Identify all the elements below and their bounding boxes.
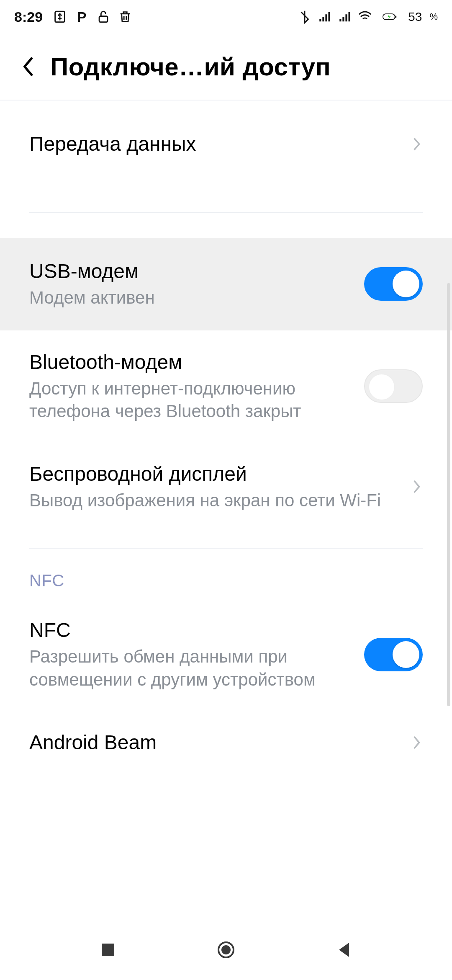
- page-title: Подключе…ий доступ: [50, 52, 431, 81]
- nav-back-button[interactable]: [334, 939, 355, 962]
- status-bar-left: 8:29 P: [14, 9, 132, 25]
- status-time: 8:29: [14, 9, 43, 25]
- row-android-beam[interactable]: Android Beam: [0, 711, 452, 755]
- row-subtitle: Модем активен: [29, 286, 356, 309]
- row-subtitle: Разрешить обмен данными при совмещении с…: [29, 645, 356, 691]
- chevron-right-icon: [411, 136, 423, 152]
- svg-rect-3: [395, 15, 396, 18]
- row-label: Bluetooth-модем: [29, 350, 356, 375]
- chevron-right-icon: [411, 479, 423, 495]
- svg-rect-4: [102, 944, 114, 956]
- row-nfc[interactable]: NFC Разрешить обмен данными при совмещен…: [0, 598, 452, 710]
- usb-icon: [53, 10, 67, 24]
- row-label: Android Beam: [29, 730, 403, 755]
- row-label: NFC: [29, 618, 356, 643]
- svg-point-6: [221, 945, 231, 954]
- back-button[interactable]: [21, 56, 50, 77]
- row-label: Передача данных: [29, 120, 403, 168]
- nav-home-button[interactable]: [216, 939, 236, 962]
- signal-icon: [338, 10, 352, 24]
- toggle-nfc[interactable]: [364, 638, 423, 671]
- chevron-right-icon: [411, 735, 423, 750]
- section-divider: [29, 188, 423, 213]
- row-data-transfer[interactable]: Передача данных: [0, 101, 452, 188]
- p-icon: P: [74, 10, 89, 24]
- nav-recent-button[interactable]: [98, 939, 118, 962]
- unlock-icon: [96, 10, 110, 24]
- row-label: Беспроводной дисплей: [29, 462, 403, 487]
- trash-icon: [118, 10, 132, 24]
- spacer: [0, 213, 452, 238]
- bluetooth-icon: [298, 10, 312, 24]
- row-subtitle: Доступ к интернет-подключению телефона ч…: [29, 377, 356, 423]
- battery-charging-icon: [378, 10, 401, 24]
- row-subtitle: Вывод изображения на экран по сети Wi-Fi: [29, 489, 403, 512]
- signal-icon: [318, 10, 332, 24]
- row-bt-modem[interactable]: Bluetooth-модем Доступ к интернет-подклю…: [0, 330, 452, 442]
- toggle-bt-modem[interactable]: [364, 369, 423, 403]
- app-header: Подключе…ий доступ: [0, 34, 452, 101]
- row-usb-modem[interactable]: USB-модем Модем активен: [0, 238, 452, 330]
- section-heading-nfc: NFC: [0, 549, 452, 598]
- navigation-bar: [0, 921, 452, 980]
- svg-rect-1: [99, 16, 108, 22]
- settings-list: Передача данных USB-модем Модем активен …: [0, 101, 452, 921]
- battery-percent: 53: [408, 10, 422, 24]
- status-bar: 8:29 P 53 %: [0, 0, 452, 34]
- row-label: USB-модем: [29, 259, 356, 284]
- toggle-usb-modem[interactable]: [364, 267, 423, 301]
- wifi-icon: [358, 10, 372, 24]
- scrollbar[interactable]: [447, 283, 450, 706]
- row-wireless-display[interactable]: Беспроводной дисплей Вывод изображения н…: [0, 442, 452, 531]
- status-bar-right: 53 %: [298, 10, 438, 24]
- battery-percent-symbol: %: [429, 11, 438, 22]
